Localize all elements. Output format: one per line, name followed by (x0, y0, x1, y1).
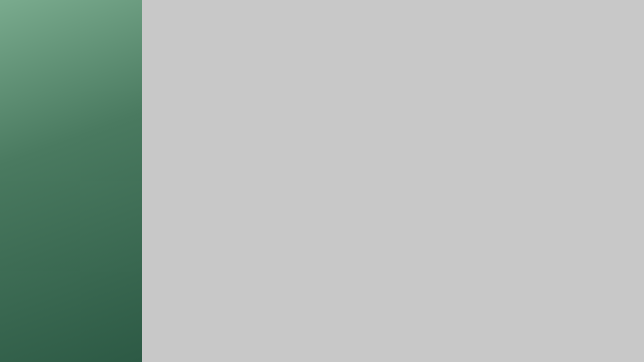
left-panel (0, 0, 142, 362)
right-panel (142, 0, 644, 362)
